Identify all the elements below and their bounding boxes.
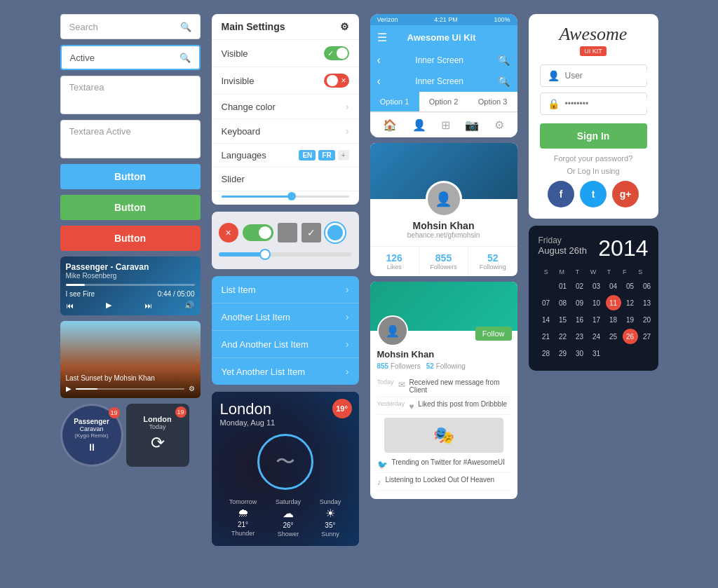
user-nav-icon[interactable]: 👤 — [412, 118, 426, 132]
search-field[interactable]: Search 🔍 — [60, 14, 201, 39]
slider-track[interactable] — [222, 196, 349, 198]
cal-cell[interactable]: 04 — [606, 278, 621, 294]
lang-en[interactable]: EN — [299, 150, 316, 160]
tab-option-3[interactable]: Option 3 — [468, 92, 517, 111]
cal-cell[interactable]: 13 — [639, 295, 655, 310]
cal-cell[interactable]: 08 — [555, 295, 571, 310]
cal-cell[interactable]: 23 — [572, 329, 588, 344]
cal-cell[interactable]: 03 — [589, 278, 604, 294]
follow-button[interactable]: Follow — [475, 327, 512, 341]
progress-track[interactable] — [219, 252, 352, 257]
textarea-field[interactable]: Textarea — [60, 76, 201, 114]
cal-cell[interactable]: 10 — [589, 295, 604, 310]
cal-cell[interactable]: 02 — [572, 278, 588, 294]
volume-icon[interactable]: 🔊 — [184, 301, 194, 310]
keyboard-row[interactable]: Keyboard › — [212, 119, 359, 144]
username-field[interactable] — [565, 71, 658, 81]
cal-selected-cell[interactable]: 26 — [623, 329, 638, 344]
facebook-login-button[interactable]: f — [548, 181, 574, 207]
forecast-saturday-temp: 26° — [283, 521, 293, 529]
blue-button[interactable]: Button — [60, 164, 201, 189]
hamburger-icon[interactable]: ☰ — [377, 31, 387, 44]
cal-cell[interactable]: 16 — [572, 312, 588, 327]
cal-cell[interactable]: 19 — [623, 312, 638, 327]
cal-cell[interactable]: 05 — [623, 278, 638, 294]
next-icon[interactable]: ⏭ — [144, 301, 152, 310]
play-icon[interactable]: ▶ — [106, 301, 111, 310]
settings2-icon[interactable]: ⚙ — [189, 385, 195, 392]
cal-cell[interactable]: 15 — [555, 312, 571, 327]
grid-nav-icon[interactable]: ⊞ — [441, 118, 450, 132]
settings-gear-icon[interactable]: ⚙ — [340, 21, 349, 32]
list-item-3[interactable]: And Another List Item › — [212, 331, 359, 358]
back-icon-1[interactable]: ‹ — [377, 54, 381, 67]
cal-cell[interactable]: 24 — [589, 329, 604, 344]
cal-cell[interactable]: 27 — [639, 329, 655, 344]
close-control[interactable]: × — [219, 223, 238, 242]
check-control[interactable]: ✓ — [302, 223, 321, 242]
cal-today-cell[interactable]: 11 — [606, 295, 621, 310]
cal-cell[interactable]: 25 — [606, 329, 621, 344]
twitter-login-button[interactable]: t — [580, 181, 607, 207]
mini-weather-city: London — [143, 415, 171, 423]
tab-option-1[interactable]: Option 1 — [370, 92, 419, 111]
cal-cell[interactable]: 06 — [639, 278, 655, 294]
forgot-link[interactable]: Forgot your password? — [540, 154, 647, 163]
list-item-4[interactable]: Yet Another List Item › — [212, 358, 359, 385]
user-input[interactable]: 👤 — [540, 64, 647, 87]
progress-thumb[interactable] — [259, 249, 271, 260]
radio-control[interactable] — [325, 223, 345, 242]
home-nav-icon[interactable]: 🏠 — [383, 118, 397, 132]
cal-cell[interactable]: 20 — [639, 312, 655, 327]
visible-row[interactable]: Visible ✓ — [212, 40, 359, 67]
google-login-button[interactable]: g+ — [612, 181, 639, 207]
toggle-circle — [327, 75, 338, 86]
square-control[interactable] — [278, 223, 297, 242]
cal-cell[interactable]: 12 — [623, 295, 638, 310]
prev-icon[interactable]: ⏮ — [66, 301, 74, 310]
green-button[interactable]: Button — [60, 195, 201, 220]
invisible-toggle[interactable] — [324, 74, 349, 88]
settings-nav-icon[interactable]: ⚙ — [494, 118, 504, 132]
camera-nav-icon[interactable]: 📷 — [465, 118, 479, 132]
cal-cell[interactable]: 01 — [555, 278, 571, 294]
tab-option-2[interactable]: Option 2 — [419, 92, 468, 111]
cal-cell[interactable]: 14 — [538, 312, 554, 327]
toggle-control[interactable] — [243, 224, 273, 241]
cal-cell[interactable]: 17 — [589, 312, 604, 327]
list-item-1[interactable]: List Item › — [212, 276, 359, 303]
cal-cell[interactable]: 30 — [572, 346, 588, 361]
lang-add[interactable]: + — [338, 150, 349, 160]
feed-text-1: Received new message from Client — [409, 378, 510, 394]
cal-cell[interactable] — [538, 278, 554, 294]
mini-pause-icon[interactable]: ⏸ — [87, 442, 97, 453]
textarea-active-field[interactable]: Textarea Active — [60, 120, 201, 158]
cal-cell[interactable] — [623, 346, 638, 361]
inner-screen-1-label: Inner Screen — [415, 55, 463, 65]
back-icon-2[interactable]: ‹ — [377, 75, 381, 88]
cal-cell[interactable] — [606, 346, 621, 361]
play2-icon[interactable]: ▶ — [66, 385, 72, 392]
slider-thumb[interactable] — [287, 192, 296, 200]
nav-search-icon-2[interactable]: 🔍 — [498, 76, 510, 87]
red-button[interactable]: Button — [60, 226, 201, 251]
active-field[interactable]: Active 🔍 — [60, 45, 201, 70]
signin-button[interactable]: Sign In — [540, 123, 647, 149]
list-item-2[interactable]: Another List Item › — [212, 303, 359, 331]
cal-cell[interactable]: 22 — [555, 329, 571, 344]
password-field[interactable] — [565, 99, 658, 109]
languages-row[interactable]: Languages EN FR + — [212, 144, 359, 167]
nav-search-icon-1[interactable]: 🔍 — [498, 55, 510, 66]
cal-cell[interactable]: 21 — [538, 329, 554, 344]
invisible-row[interactable]: Invisible — [212, 67, 359, 95]
visible-toggle[interactable]: ✓ — [324, 46, 349, 60]
cal-cell[interactable]: 29 — [555, 346, 571, 361]
cal-cell[interactable]: 09 — [572, 295, 588, 310]
cal-cell[interactable]: 18 — [606, 312, 621, 327]
password-input[interactable]: 🔒 — [540, 93, 647, 115]
cal-cell[interactable]: 28 — [538, 346, 554, 361]
lang-fr[interactable]: FR — [318, 150, 334, 160]
cal-cell[interactable]: 07 — [538, 295, 554, 310]
change-color-row[interactable]: Change color › — [212, 95, 359, 119]
cal-cell[interactable]: 31 — [589, 346, 604, 361]
